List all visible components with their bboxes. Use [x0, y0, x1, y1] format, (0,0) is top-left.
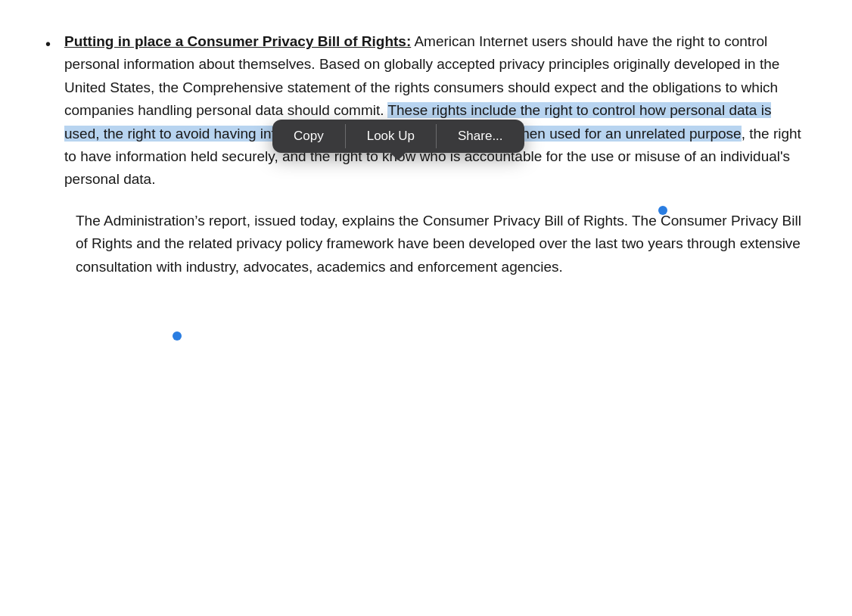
selection-handle-top[interactable]	[658, 206, 667, 215]
paragraph-block: The Administration’s report, issued toda…	[76, 210, 807, 278]
bullet-heading: Putting in place a Consumer Privacy Bill…	[64, 33, 411, 49]
content-area: Copy Look Up Share... • Putting in place…	[45, 30, 807, 278]
lookup-button[interactable]: Look Up	[346, 120, 436, 153]
bullet-text: Putting in place a Consumer Privacy Bill…	[64, 30, 807, 191]
paragraph-text: The Administration’s report, issued toda…	[76, 210, 807, 278]
share-button[interactable]: Share...	[437, 120, 524, 153]
copy-button[interactable]: Copy	[272, 120, 345, 153]
bullet-dot: •	[45, 32, 51, 56]
context-menu-inner: Copy Look Up Share...	[272, 120, 524, 153]
context-menu: Copy Look Up Share...	[272, 120, 524, 153]
selection-handle-bottom[interactable]	[173, 331, 182, 341]
bullet-item: • Putting in place a Consumer Privacy Bi…	[45, 30, 807, 191]
